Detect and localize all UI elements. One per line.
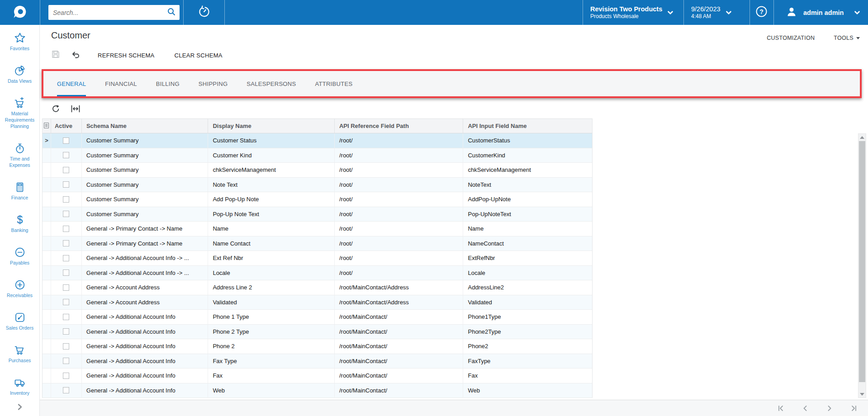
active-checkbox[interactable] — [63, 255, 69, 261]
cell-api-input-field-name[interactable]: ExtRefNbr — [463, 251, 592, 266]
cell-schema-name[interactable]: General -> Primary Contact -> Name — [82, 222, 209, 236]
cell-display-name[interactable]: Fax — [208, 369, 335, 383]
active-checkbox[interactable] — [63, 181, 69, 188]
cell-api-reference-field-path[interactable]: /root/ — [335, 236, 464, 251]
active-checkbox[interactable] — [63, 211, 69, 217]
table-row[interactable]: Customer SummaryCustomer Kind/root/Custo… — [43, 148, 592, 163]
cell-schema-name[interactable]: General -> Account Address — [82, 280, 209, 295]
vertical-scrollbar[interactable] — [858, 133, 866, 398]
previous-page-button[interactable] — [801, 404, 809, 412]
table-row[interactable]: General -> Primary Contact -> NameName/r… — [43, 222, 592, 236]
sidebar-item-finance[interactable]: Finance — [0, 181, 40, 201]
row-selector-cell[interactable] — [43, 251, 51, 266]
row-selector-cell[interactable] — [43, 178, 51, 193]
active-checkbox[interactable] — [63, 373, 69, 379]
column-header-schema-name[interactable]: Schema Name — [82, 119, 209, 133]
table-row[interactable]: Customer SummaryAdd Pop-Up Note/root/Add… — [43, 192, 592, 207]
global-search[interactable] — [48, 5, 180, 20]
cell-api-reference-field-path[interactable]: /root/ — [335, 163, 464, 178]
active-checkbox[interactable] — [63, 226, 69, 232]
cell-api-reference-field-path[interactable]: /root/MainContact/Address — [335, 280, 464, 295]
fit-width-button[interactable] — [69, 103, 82, 116]
customization-menu[interactable]: CUSTOMIZATION — [767, 35, 815, 41]
cell-schema-name[interactable]: General -> Additional Account Info — [82, 310, 209, 325]
table-row[interactable]: Customer SummaryPop-Up Note Text/root/Po… — [43, 207, 592, 222]
row-selector-cell[interactable] — [43, 163, 51, 178]
cell-api-reference-field-path[interactable]: /root/ — [335, 251, 464, 266]
cell-schema-name[interactable]: General -> Additional Account Info — [82, 339, 209, 354]
cell-schema-name[interactable]: General -> Additional Account Info -> ..… — [82, 251, 209, 266]
sidebar-item-banking[interactable]: $Banking — [0, 214, 40, 233]
active-checkbox[interactable] — [63, 137, 69, 144]
tab-general[interactable]: GENERAL — [57, 71, 86, 96]
active-checkbox[interactable] — [63, 284, 69, 291]
cell-display-name[interactable]: Name — [208, 222, 335, 236]
cell-display-name[interactable]: Ext Ref Nbr — [208, 251, 335, 266]
cell-api-reference-field-path[interactable]: /root/ — [335, 133, 464, 148]
cell-display-name[interactable]: Customer Kind — [208, 148, 335, 163]
cell-display-name[interactable]: Note Text — [208, 178, 335, 193]
row-selector-cell[interactable] — [43, 369, 51, 383]
cell-api-reference-field-path[interactable]: /root/ — [335, 148, 464, 163]
save-button[interactable] — [48, 47, 63, 63]
cell-api-reference-field-path[interactable]: /root/MainContact/ — [335, 369, 464, 383]
cell-schema-name[interactable]: Customer Summary — [82, 133, 209, 148]
table-row[interactable]: >Customer SummaryCustomer Status/root/Cu… — [43, 133, 592, 148]
active-checkbox[interactable] — [63, 167, 69, 173]
cell-schema-name[interactable]: Customer Summary — [82, 178, 209, 193]
cell-api-input-field-name[interactable]: CustomerKind — [463, 148, 592, 163]
cell-api-input-field-name[interactable]: chkServiceManagement — [463, 163, 592, 178]
column-header-active[interactable]: Active — [51, 119, 82, 133]
cell-api-reference-field-path[interactable]: /root/MainContact/ — [335, 325, 464, 340]
active-checkbox[interactable] — [63, 387, 69, 393]
cell-api-reference-field-path[interactable]: /root/MainContact/ — [335, 383, 464, 398]
sidebar-item-receivables[interactable]: Receivables — [0, 279, 40, 298]
scrollbar-thumb[interactable] — [859, 141, 865, 382]
cell-api-input-field-name[interactable]: AddressLine2 — [463, 280, 592, 295]
active-checkbox[interactable] — [63, 358, 69, 364]
business-date-button[interactable] — [183, 0, 224, 25]
sidebar-item-purchases[interactable]: Purchases — [0, 344, 40, 364]
column-header-api-input-field-name[interactable]: API Input Field Name — [463, 119, 592, 133]
home-logo-button[interactable] — [0, 0, 40, 25]
tab-salespersons[interactable]: SALESPERSONS — [247, 71, 296, 96]
cell-schema-name[interactable]: General -> Additional Account Info — [82, 369, 209, 383]
table-row[interactable]: General -> Primary Contact -> NameName C… — [43, 236, 592, 251]
tab-billing[interactable]: BILLING — [156, 71, 180, 96]
cell-schema-name[interactable]: General -> Additional Account Info — [82, 383, 209, 398]
first-page-button[interactable] — [777, 404, 785, 412]
tab-attributes[interactable]: ATTRIBUTES — [315, 71, 352, 96]
active-checkbox[interactable] — [63, 343, 69, 350]
cell-api-input-field-name[interactable]: Validated — [463, 295, 592, 310]
cell-api-reference-field-path[interactable]: /root/ — [335, 178, 464, 193]
tools-menu[interactable]: TOOLS — [834, 35, 860, 41]
cell-schema-name[interactable]: General -> Additional Account Info -> ..… — [82, 266, 209, 281]
scroll-up-button[interactable] — [859, 134, 866, 141]
row-selector-cell[interactable]: > — [43, 133, 51, 148]
cell-display-name[interactable]: Pop-Up Note Text — [208, 207, 335, 222]
refresh-schema-button[interactable]: REFRESH SCHEMA — [93, 52, 159, 59]
active-checkbox[interactable] — [63, 152, 69, 158]
row-selector-cell[interactable] — [43, 266, 51, 281]
sidebar-item-data-views[interactable]: Data Views — [0, 65, 40, 84]
last-page-button[interactable] — [850, 404, 858, 412]
search-input[interactable] — [53, 9, 167, 16]
scroll-down-button[interactable] — [859, 391, 866, 397]
table-row[interactable]: General -> Additional Account InfoPhone … — [43, 325, 592, 340]
tab-shipping[interactable]: SHIPPING — [199, 71, 228, 96]
notes-column-header[interactable] — [43, 119, 51, 133]
cell-display-name[interactable]: Locale — [208, 266, 335, 281]
cell-api-reference-field-path[interactable]: /root/MainContact/ — [335, 310, 464, 325]
business-date-selector[interactable]: 9/26/2023 4:48 AM — [691, 0, 748, 25]
active-checkbox[interactable] — [63, 269, 69, 276]
next-page-button[interactable] — [825, 404, 834, 412]
row-selector-cell[interactable] — [43, 222, 51, 236]
row-selector-cell[interactable] — [43, 339, 51, 354]
row-selector-cell[interactable] — [43, 310, 51, 325]
cell-display-name[interactable]: Validated — [208, 295, 335, 310]
cell-display-name[interactable]: Phone 1 Type — [208, 310, 335, 325]
sidebar-item-material-requirements-planning[interactable]: Material Requirements Planning — [0, 97, 40, 129]
cell-api-input-field-name[interactable]: Phone1Type — [463, 310, 592, 325]
sidebar-item-time-and-expenses[interactable]: Time and Expenses — [0, 142, 40, 168]
cell-schema-name[interactable]: Customer Summary — [82, 192, 209, 207]
